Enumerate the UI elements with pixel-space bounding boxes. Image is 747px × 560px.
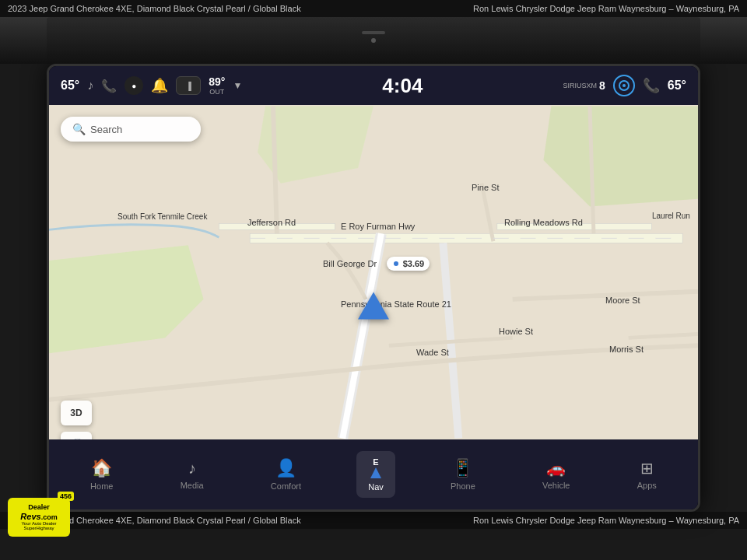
media-icon: ♪ (188, 460, 196, 478)
bell-icon: 🔔 (151, 77, 168, 94)
road-label-roy-furman: E Roy Furman Hwy (341, 222, 415, 231)
road-label-morris-st: Morris St (609, 345, 644, 354)
dealer-logo: 456 DealerRevs.com Your Auto Dealer Supe… (8, 498, 70, 537)
status-left: 65° ♪ 📞 ● 🔔 ▐ 89° OUT (61, 75, 242, 96)
gas-price-marker: $3.69 (387, 257, 430, 271)
nav-item-vehicle[interactable]: 🚗 Vehicle (531, 453, 581, 496)
phone-small-icon: 📞 (101, 79, 117, 93)
nav-item-apps[interactable]: ⊞ Apps (626, 453, 668, 496)
top-info-bar: 2023 Jeep Grand Cherokee 4XE, Diamond Bl… (0, 0, 747, 17)
apps-icon: ⊞ (640, 459, 654, 478)
bottom-info-bar: 2023 Jeep Grand Cherokee 4XE, Diamond Bl… (0, 512, 747, 529)
clock-display: 4:04 (382, 75, 423, 96)
phone-icon-right: 📞 (643, 77, 660, 94)
infotainment-screen: 65° ♪ 📞 ● 🔔 ▐ 89° OUT (47, 64, 700, 512)
dropdown-icon: ▼ (233, 80, 242, 91)
nav-label-home: Home (90, 481, 113, 491)
nav-label-apps: Apps (637, 481, 657, 490)
nav-label-nav: Nav (368, 482, 384, 492)
road-label-bill-george: Bill George Dr (323, 259, 377, 268)
comfort-icon: 👤 (275, 458, 296, 478)
nav-label-phone: Phone (451, 481, 475, 491)
map-svg (49, 105, 698, 439)
status-center: 4:04 (382, 75, 423, 96)
status-right: SIRIUSXM 8 📞 65° (563, 75, 686, 96)
top-left-title: 2023 Jeep Grand Cherokee 4XE, Diamond Bl… (8, 4, 301, 13)
outside-temp: 89° OUT (209, 75, 225, 96)
nav-item-phone[interactable]: 📱 Phone (439, 452, 487, 497)
dealer-logo-text: DealerRevs.com (20, 504, 57, 522)
dealer-badge-number: 456 (58, 492, 74, 501)
navigation-arrow (358, 292, 389, 320)
home-icon: 🏠 (91, 458, 112, 478)
map-area[interactable]: Jefferson Rd E Roy Furman Hwy Rolling Me… (49, 105, 698, 439)
temp-left: 65° (61, 79, 79, 93)
road-label-pine-st: Pine St (472, 183, 499, 192)
music-icon: ♪ (87, 79, 93, 93)
road-label-south-fork: South Fork Tenmile Creek (117, 212, 207, 221)
road-label-jefferson: Jefferson Rd (247, 218, 296, 227)
nav-item-home[interactable]: 🏠 Home (79, 452, 124, 497)
screen-wrapper: 65° ♪ 📞 ● 🔔 ▐ 89° OUT (0, 64, 747, 512)
bottom-navigation: 🏠 Home ♪ Media 👤 Comfort E Nav (49, 439, 698, 509)
dealer-tagline: Your Auto Dealer SuperHighway (8, 521, 70, 530)
circle-icon-dark[interactable]: ● (124, 76, 143, 95)
road-label-laurel-run: Laurel Run (652, 212, 690, 220)
status-bar: 65° ♪ 📞 ● 🔔 ▐ 89° OUT (49, 66, 698, 105)
map-search-bar[interactable]: 🔍 Search (61, 117, 201, 142)
gas-dot-icon (392, 260, 400, 268)
road-label-rolling-meadows: Rolling Meadows Rd (504, 218, 583, 227)
search-text: Search (90, 124, 122, 135)
car-bezel (0, 17, 747, 64)
sirius-xm-icon: SIRIUSXM 8 (563, 79, 605, 92)
nav-label-comfort: Comfort (271, 481, 301, 491)
road-label-wade-st: Wade St (416, 348, 449, 357)
volume-icon: 🔊 (68, 438, 84, 439)
nav-label-vehicle: Vehicle (542, 481, 570, 490)
vehicle-icon: 🚗 (546, 459, 566, 478)
map-volume-button[interactable]: 🔊 (61, 432, 92, 439)
map-3d-button[interactable]: 3D (61, 401, 92, 425)
nav-compass-icon: E (370, 457, 381, 479)
nav-item-media[interactable]: ♪ Media (169, 453, 216, 496)
nav-label-media: Media (181, 481, 204, 490)
phone-nav-icon: 📱 (452, 458, 473, 478)
settings-icon[interactable]: ▐ (176, 76, 201, 95)
road-label-howie-st: Howie St (499, 327, 533, 336)
road-label-moore-st: Moore St (605, 296, 640, 305)
wifi-icon (613, 75, 635, 96)
nav-item-comfort[interactable]: 👤 Comfort (259, 452, 313, 497)
bottom-right-title: Ron Lewis Chrysler Dodge Jeep Ram Waynes… (473, 516, 739, 525)
temp-right: 65° (668, 79, 686, 93)
search-icon: 🔍 (72, 123, 86, 135)
top-right-title: Ron Lewis Chrysler Dodge Jeep Ram Waynes… (473, 4, 739, 13)
nav-item-nav[interactable]: E Nav (356, 451, 395, 498)
